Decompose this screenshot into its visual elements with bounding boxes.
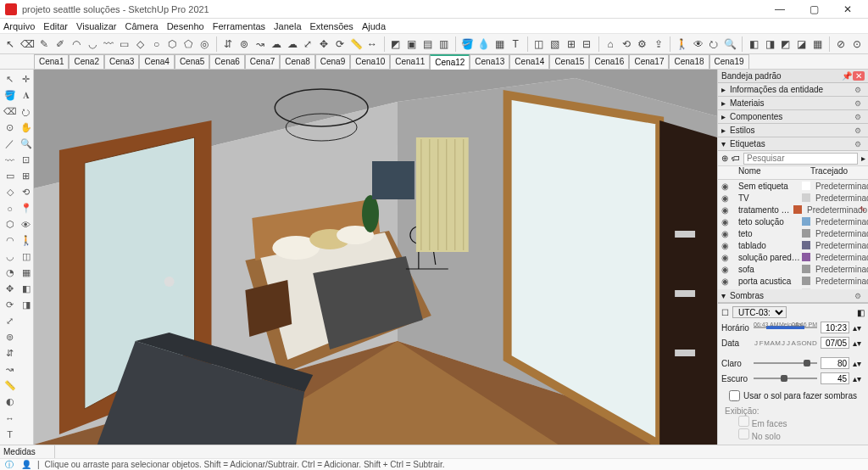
tool-pie-icon[interactable]: ◔ xyxy=(3,266,17,280)
tool-select-icon[interactable]: ↖ xyxy=(3,72,17,87)
tool-look-icon[interactable]: 👁 xyxy=(19,217,33,232)
tool-followme-icon[interactable]: ↝ xyxy=(3,362,17,377)
tb-arc-icon[interactable]: ◠ xyxy=(70,36,84,53)
menu-editar[interactable]: Editar xyxy=(43,21,68,31)
tb-pushpull-icon[interactable]: ⇵ xyxy=(221,36,236,53)
menu-ferramentas[interactable]: Ferramentas xyxy=(213,21,265,31)
tool-dimension-icon[interactable]: ↔ xyxy=(3,411,17,425)
tb-component-icon[interactable]: ⊟ xyxy=(580,36,594,53)
measurements-value[interactable] xyxy=(54,445,868,458)
tool-scale-icon[interactable]: ⤢ xyxy=(3,314,17,328)
light-value[interactable] xyxy=(821,357,849,369)
visibility-icon[interactable]: ◉ xyxy=(718,229,732,238)
scene-tab-cena6[interactable]: Cena6 xyxy=(209,54,244,69)
tags-search-input[interactable] xyxy=(743,153,858,165)
section-styles[interactable]: ▸ Estilos ⚙ xyxy=(718,124,868,137)
scene-tab-cena7[interactable]: Cena7 xyxy=(245,54,280,69)
col-dash[interactable]: Tracejado xyxy=(810,166,868,179)
tag-dash[interactable]: Predeterminado xyxy=(812,193,868,203)
scene-tab-cena17[interactable]: Cena17 xyxy=(629,54,669,69)
light-slider[interactable] xyxy=(754,359,817,367)
scene-tab-cena10[interactable]: Cena10 xyxy=(350,54,390,69)
tool-axes-icon[interactable]: ✛ xyxy=(19,72,33,87)
tool-zoomext-icon[interactable]: ⊞ xyxy=(19,169,33,183)
tag-row[interactable]: ◉porta acusticaPredeterminado xyxy=(718,275,868,287)
user-icon[interactable]: 👤 xyxy=(20,460,32,470)
tray-titlebar[interactable]: Bandeja padrão 📌 ✕ xyxy=(718,70,868,83)
model-viewport[interactable] xyxy=(34,70,717,445)
scene-tab-cena15[interactable]: Cena15 xyxy=(549,54,589,69)
section-shadows[interactable]: ▾ Sombras ⚙ xyxy=(718,289,868,303)
menu-extensões[interactable]: Extensões xyxy=(310,21,353,31)
tool-polygon-icon[interactable]: ⬡ xyxy=(3,217,17,232)
tb-pencil-icon[interactable]: ✎ xyxy=(37,36,52,53)
tb-arc3-icon[interactable]: 〰 xyxy=(101,36,115,53)
visibility-icon[interactable]: ◉ xyxy=(718,205,732,215)
tag-color-swatch[interactable] xyxy=(793,205,802,214)
time-slider[interactable]: 06:43 AM Meio-dia 04:46 PM xyxy=(754,323,817,332)
visibility-icon[interactable]: ◉ xyxy=(718,182,732,191)
date-slider[interactable]: JFMAMJJASOND xyxy=(754,339,817,347)
tb-material-icon[interactable]: ▦ xyxy=(492,36,507,53)
gear-icon[interactable]: ⚙ xyxy=(854,292,865,300)
col-name[interactable]: Nome xyxy=(732,166,798,179)
tool-solid2-icon[interactable]: ◨ xyxy=(19,298,33,312)
section-materials[interactable]: ▸ Materiais ⚙ xyxy=(718,97,868,110)
gear-icon[interactable]: ⚙ xyxy=(854,140,865,148)
minimize-button[interactable]: — xyxy=(763,0,797,19)
tray-close-icon[interactable]: ✕ xyxy=(853,71,865,81)
menu-câmera[interactable]: Câmera xyxy=(125,21,159,31)
section-components[interactable]: ▸ Componentes ⚙ xyxy=(718,110,868,124)
maximize-button[interactable]: ▢ xyxy=(797,0,831,19)
tool-3dtext-icon[interactable]: 𝐀 xyxy=(19,88,33,103)
menu-arquivo[interactable]: Arquivo xyxy=(3,21,35,31)
scene-tab-cena5[interactable]: Cena5 xyxy=(175,54,209,69)
tool-arc2-icon[interactable]: ◡ xyxy=(3,249,17,264)
tag-row[interactable]: ◉teto soluçãoPredeterminado xyxy=(718,215,868,227)
tb-pencil2-icon[interactable]: ✐ xyxy=(53,36,68,53)
tool-eraser-icon[interactable]: ⌫ xyxy=(3,104,17,119)
tb-eraser-icon[interactable]: ⌫ xyxy=(19,36,36,53)
tb-rotate-icon[interactable]: ⟳ xyxy=(333,36,348,53)
shadow-toggle-icon[interactable]: ☐ xyxy=(721,308,729,317)
tool-solid1-icon[interactable]: ◧ xyxy=(19,282,33,296)
dark-slider[interactable] xyxy=(754,374,817,383)
tb-hide-icon[interactable]: ⊘ xyxy=(834,36,849,53)
scene-tab-cena2[interactable]: Cena2 xyxy=(69,54,103,69)
tb-cloud-sync-icon[interactable]: ⟲ xyxy=(620,36,634,53)
tb-cursor-icon[interactable]: ↖ xyxy=(3,36,18,53)
light-stepper[interactable]: ▴▾ xyxy=(853,359,865,368)
use-sun-checkbox[interactable] xyxy=(729,390,740,401)
tool-rotate-icon[interactable]: ⟳ xyxy=(3,298,17,312)
tool-rect-icon[interactable]: ▭ xyxy=(3,169,17,183)
tag-color-swatch[interactable] xyxy=(802,277,810,285)
visibility-icon[interactable]: ◉ xyxy=(718,193,732,203)
tag-dash[interactable]: Predeterminado xyxy=(812,265,868,274)
tb-walk-icon[interactable]: 🚶 xyxy=(675,36,689,53)
gear-icon[interactable]: ⚙ xyxy=(854,126,865,135)
tool-prev-icon[interactable]: ⟲ xyxy=(19,185,33,199)
tool-text-icon[interactable]: T xyxy=(3,427,17,441)
shadow-popup-icon[interactable]: ◧ xyxy=(857,308,865,317)
visibility-icon[interactable]: ◉ xyxy=(718,265,732,274)
tb-scale-icon[interactable]: ⤢ xyxy=(301,36,315,53)
tool-lasso-icon[interactable]: ⊙ xyxy=(3,120,17,135)
tool-rot-rect-icon[interactable]: ◇ xyxy=(3,185,17,199)
scene-tab-cena9[interactable]: Cena9 xyxy=(315,54,350,69)
tb-follow-icon[interactable]: ↝ xyxy=(253,36,267,53)
tag-color-swatch[interactable] xyxy=(802,265,810,273)
add-tag-icon[interactable]: ⊕ xyxy=(721,154,728,163)
tool-line-icon[interactable]: ／ xyxy=(3,137,17,151)
tag-color-swatch[interactable] xyxy=(802,241,810,249)
tb-arc2-icon[interactable]: ◡ xyxy=(86,36,100,53)
tag-options-icon[interactable]: ▸ xyxy=(861,154,865,163)
tb-ext-mgr-icon[interactable]: ⚙ xyxy=(636,36,650,53)
tb-move-icon[interactable]: ✥ xyxy=(317,36,331,53)
scene-tab-cena14[interactable]: Cena14 xyxy=(509,54,549,69)
tag-dash[interactable]: Predeterminado xyxy=(812,253,868,262)
tb-offset-icon[interactable]: ⊚ xyxy=(236,36,251,53)
tool-section-icon[interactable]: ◫ xyxy=(19,249,33,264)
menu-janela[interactable]: Janela xyxy=(274,21,301,31)
tool-orbit-icon[interactable]: ⭮ xyxy=(19,104,33,119)
tb-polygon-icon[interactable]: ⬡ xyxy=(165,36,180,53)
